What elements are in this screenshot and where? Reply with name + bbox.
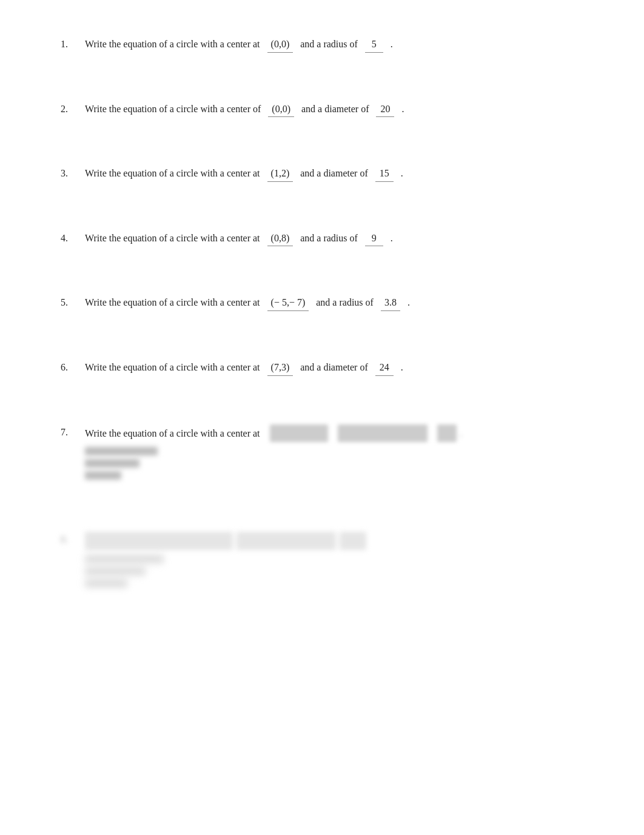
problem-7-instruction: Write the equation of a circle with a ce… xyxy=(85,426,260,441)
problem-5-instruction: Write the equation of a circle with a ce… xyxy=(85,295,260,310)
problem-8-answer-line-1 xyxy=(85,555,164,563)
problem-2: 2. Write the equation of a circle with a… xyxy=(61,101,583,118)
problem-2-number: 2. xyxy=(61,101,85,117)
problem-6-number: 6. xyxy=(61,360,85,375)
problem-8-answer-line-2 xyxy=(85,567,146,575)
problem-3-connector: and a diameter of xyxy=(300,166,368,181)
problem-2-value: 20 xyxy=(376,101,394,118)
problem-8-answer-line-3 xyxy=(85,579,127,588)
problem-7-answer-line-3 xyxy=(85,471,121,480)
problem-5: 5. Write the equation of a circle with a… xyxy=(61,295,583,311)
problem-3-text: Write the equation of a circle with a ce… xyxy=(85,166,403,182)
problem-2-connector: and a diameter of xyxy=(301,101,369,117)
problem-6-value: 24 xyxy=(375,360,394,376)
problem-3-instruction: Write the equation of a circle with a ce… xyxy=(85,166,260,181)
problem-2-instruction: Write the equation of a circle with a ce… xyxy=(85,101,261,117)
problem-6-center: (7,3) xyxy=(267,360,293,376)
problem-7-blurred-connector xyxy=(338,424,428,443)
problem-7-line1: Write the equation of a circle with a ce… xyxy=(85,424,463,443)
problem-6-connector: and a diameter of xyxy=(300,360,368,375)
problem-1-center: (0,0) xyxy=(267,36,293,53)
problem-5-number: 5. xyxy=(61,295,85,310)
problem-7-number: 7. xyxy=(61,424,85,440)
problem-5-text: Write the equation of a circle with a ce… xyxy=(85,295,410,311)
problem-4-instruction: Write the equation of a circle with a ce… xyxy=(85,230,260,246)
problem-1-number: 1. xyxy=(61,36,85,52)
problem-2-text: Write the equation of a circle with a ce… xyxy=(85,101,404,118)
problem-6: 6. Write the equation of a circle with a… xyxy=(61,360,583,376)
problem-7-answer-line-2 xyxy=(85,459,139,468)
problem-5-connector: and a radius of xyxy=(316,295,374,310)
problem-8-line1 xyxy=(85,532,366,550)
problem-7: 7. Write the equation of a circle with a… xyxy=(61,424,583,484)
problem-7-answer-line-1 xyxy=(85,447,158,455)
problem-3-number: 3. xyxy=(61,166,85,181)
problem-5-center: (− 5,− 7) xyxy=(267,295,309,311)
problem-4-period: . xyxy=(391,230,393,246)
problem-8-blurred-num xyxy=(340,532,366,550)
problem-4-center: (0,8) xyxy=(267,230,293,247)
problem-1-text: Write the equation of a circle with a ce… xyxy=(85,36,393,53)
problem-8-blurred-text xyxy=(85,532,233,550)
problem-8-blurred-values xyxy=(236,532,336,550)
problem-7-blurred-value xyxy=(437,424,457,443)
problem-2-center: (0,0) xyxy=(268,101,294,118)
problem-1-period: . xyxy=(391,36,393,52)
problem-5-value: 3.8 xyxy=(381,295,400,311)
problem-3-center: (1,2) xyxy=(267,166,293,182)
problem-4-number: 4. xyxy=(61,230,85,246)
problem-8: 8. xyxy=(61,532,583,591)
problem-3-period: . xyxy=(401,166,403,181)
problem-4: 4. Write the equation of a circle with a… xyxy=(61,230,583,247)
problem-4-connector: and a radius of xyxy=(300,230,358,246)
problem-7-content: Write the equation of a circle with a ce… xyxy=(85,424,463,484)
problem-4-text: Write the equation of a circle with a ce… xyxy=(85,230,393,247)
problem-8-number: 8. xyxy=(61,532,85,548)
problem-1-instruction: Write the equation of a circle with a ce… xyxy=(85,36,260,52)
problem-1-connector: and a radius of xyxy=(300,36,358,52)
problem-7-answer-lines xyxy=(85,447,463,480)
problem-8-answer-lines xyxy=(85,555,366,588)
problem-7-blurred-period: . xyxy=(460,426,463,441)
problem-5-period: . xyxy=(408,295,410,310)
problem-3: 3. Write the equation of a circle with a… xyxy=(61,166,583,182)
problem-6-period: . xyxy=(401,360,403,375)
problem-4-value: 9 xyxy=(365,230,383,247)
problem-6-instruction: Write the equation of a circle with a ce… xyxy=(85,360,260,375)
problem-8-content xyxy=(85,532,366,591)
problem-1-value: 5 xyxy=(365,36,383,53)
problem-7-blurred-center xyxy=(270,424,328,443)
problem-3-value: 15 xyxy=(375,166,394,182)
problem-2-period: . xyxy=(401,101,404,117)
problem-6-text: Write the equation of a circle with a ce… xyxy=(85,360,403,376)
problem-1: 1. Write the equation of a circle with a… xyxy=(61,36,583,53)
